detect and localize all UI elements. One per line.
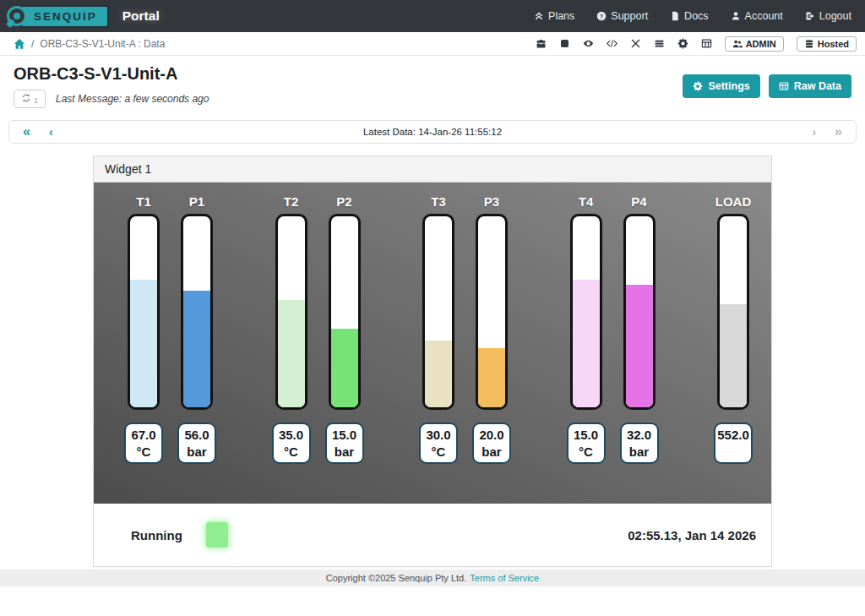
nav-link-support[interactable]: ? Support xyxy=(596,10,648,22)
database-icon xyxy=(804,39,814,49)
raw-data-button-label: Raw Data xyxy=(794,80,841,92)
gauge-fill xyxy=(720,304,747,407)
brand-name: SENQUIP xyxy=(20,5,109,28)
gauge-unit: °C xyxy=(569,444,603,461)
refresh-count: 1 xyxy=(34,96,38,105)
nav-link-label: Account xyxy=(745,10,783,22)
gauge-fill xyxy=(278,300,305,407)
gauge-label: P1 xyxy=(189,194,204,209)
note-icon[interactable] xyxy=(559,38,570,49)
gauge-value: 56.0 xyxy=(180,427,214,444)
terms-of-service-link[interactable]: Terms of Service xyxy=(470,573,539,583)
page-title: ORB-C3-S-V1-Unit-A xyxy=(14,64,209,84)
tools-icon[interactable] xyxy=(630,38,641,49)
gauge-tube xyxy=(181,214,213,410)
nav-link-label: Docs xyxy=(684,10,708,22)
nav-link-docs[interactable]: Docs xyxy=(670,10,708,22)
gauge-t4: T4 15.0 °C xyxy=(567,194,606,504)
gauge-value: 67.0 xyxy=(127,427,160,444)
gauge-p2: P2 15.0 bar xyxy=(325,194,364,504)
chevrons-up-icon xyxy=(534,11,544,21)
gauge-load: LOAD 552.0 xyxy=(714,194,753,504)
gauge-group-1: T1 67.0 °C P1 56.0 bar xyxy=(124,194,216,504)
gauge-label: LOAD xyxy=(715,194,752,209)
briefcase-icon[interactable] xyxy=(536,38,547,49)
app-title: Portal xyxy=(122,8,160,24)
gauge-unit: °C xyxy=(422,444,455,461)
gauge-group-3: T3 30.0 °C P3 20.0 bar xyxy=(419,194,511,504)
last-message-text: Last Message: a few seconds ago xyxy=(56,93,209,105)
nav-link-logout[interactable]: Logout xyxy=(805,10,851,22)
settings-button[interactable]: Settings xyxy=(683,74,759,98)
gauge-panel: T1 67.0 °C P1 56.0 bar xyxy=(94,183,771,504)
gauge-value: 32.0 xyxy=(623,427,656,444)
bars-icon[interactable] xyxy=(654,38,665,49)
nav-link-plans[interactable]: Plans xyxy=(534,10,574,22)
gauge-label: P4 xyxy=(631,194,646,209)
gauge-value-box: 32.0 bar xyxy=(620,422,659,464)
breadcrumb-bar: / ORB-C3-S-V1-Unit-A : Data ADMIN Hosted xyxy=(0,32,865,56)
admin-button[interactable]: ADMIN xyxy=(725,36,784,52)
gauge-fill xyxy=(573,280,600,407)
gear-icon[interactable] xyxy=(677,38,688,49)
device-timestamp: 02:55.13, Jan 14 2026 xyxy=(628,528,756,542)
gauge-tube xyxy=(476,214,508,410)
table-icon[interactable] xyxy=(701,38,712,49)
people-icon xyxy=(732,39,743,49)
gauge-tube xyxy=(717,214,749,410)
status-label: Running xyxy=(131,528,182,542)
gauge-tube xyxy=(422,214,454,410)
next-page-button[interactable]: › xyxy=(812,126,816,138)
svg-text:?: ? xyxy=(600,14,603,20)
eye-icon[interactable] xyxy=(583,38,594,49)
gauge-label: T4 xyxy=(579,194,594,209)
document-icon xyxy=(670,11,680,21)
breadcrumb-separator: / xyxy=(31,38,34,50)
navbar-links: Plans ? Support Docs Account Logout xyxy=(534,10,851,22)
raw-data-button[interactable]: Raw Data xyxy=(769,74,851,98)
gauge-tube xyxy=(623,214,656,410)
gauge-value-box: 67.0 °C xyxy=(124,422,163,464)
status-row: Running 02:55.13, Jan 14 2026 xyxy=(94,504,771,566)
gauge-unit: bar xyxy=(475,444,509,461)
gauge-group-2: T2 35.0 °C P2 15.0 bar xyxy=(272,194,364,504)
widget-title: Widget 1 xyxy=(94,156,771,183)
nav-link-account[interactable]: Account xyxy=(731,10,783,22)
question-circle-icon: ? xyxy=(596,11,607,21)
header-actions: Settings Raw Data xyxy=(683,74,851,98)
gauge-value-box: 30.0 °C xyxy=(419,422,458,464)
gauge-tube xyxy=(275,214,307,410)
home-icon[interactable] xyxy=(14,38,25,50)
settings-button-label: Settings xyxy=(708,80,749,92)
gauge-label: T3 xyxy=(431,194,446,209)
code-icon[interactable] xyxy=(607,38,617,49)
person-icon xyxy=(731,11,741,21)
gauge-unit: °C xyxy=(127,444,160,461)
gauge-unit: bar xyxy=(180,444,214,461)
hosted-button-label: Hosted xyxy=(818,39,849,49)
logout-icon xyxy=(805,11,815,21)
gauge-value-box: 15.0 bar xyxy=(325,422,364,464)
first-page-button[interactable]: « xyxy=(23,125,30,139)
hosted-button[interactable]: Hosted xyxy=(797,36,857,52)
gauge-value-box: 15.0 °C xyxy=(567,422,606,464)
gauge-tube xyxy=(128,214,160,410)
gauge-value-box: 35.0 °C xyxy=(272,422,311,464)
senquip-logo[interactable]: SENQUIP xyxy=(7,5,109,28)
gauge-unit: bar xyxy=(623,444,656,461)
breadcrumb-path: ORB-C3-S-V1-Unit-A : Data xyxy=(40,38,165,50)
top-navbar: SENQUIP Portal Plans ? Support Docs Acco… xyxy=(0,0,865,32)
gauge-fill xyxy=(425,341,452,407)
refresh-button[interactable]: 1 xyxy=(14,90,46,108)
gauge-fill xyxy=(626,285,653,407)
gauge-t1: T1 67.0 °C xyxy=(124,194,163,504)
gauge-p1: P1 56.0 bar xyxy=(177,194,216,504)
last-page-button[interactable]: » xyxy=(835,125,842,139)
device-header: ORB-C3-S-V1-Unit-A 1 Last Message: a few… xyxy=(0,56,865,115)
nav-link-label: Support xyxy=(611,10,648,22)
admin-button-label: ADMIN xyxy=(746,39,776,49)
gauge-label: T2 xyxy=(284,194,299,209)
nav-link-label: Logout xyxy=(819,10,851,22)
gauge-tube xyxy=(329,214,361,410)
gauge-unit: bar xyxy=(328,444,362,461)
